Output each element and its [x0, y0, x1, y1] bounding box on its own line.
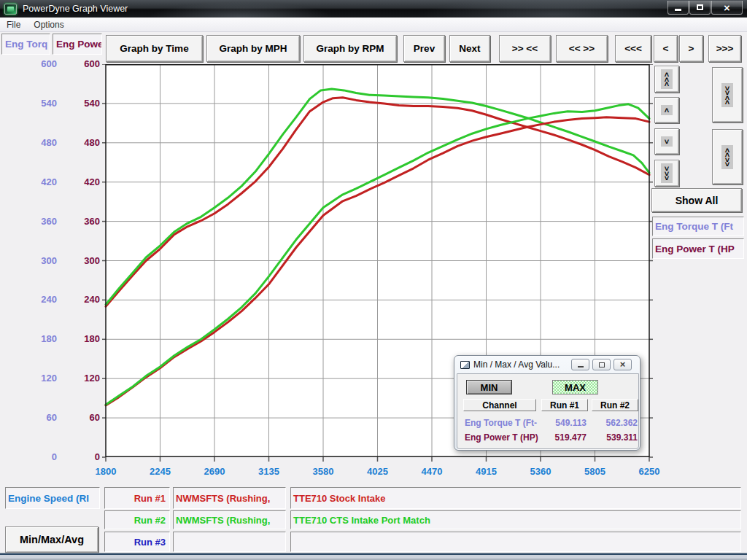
x-tick-label: 3580: [301, 466, 345, 477]
max-toggle-button[interactable]: MAX: [552, 380, 598, 394]
minmax-minimize-button[interactable]: [571, 359, 589, 370]
minmaxavg-button[interactable]: Min/Max/Avg: [5, 526, 98, 553]
minmax-avg-window: Min / Max / Avg Valu... × MIN MAX Channe…: [454, 355, 640, 451]
scroll-left-fast-button[interactable]: <<<: [615, 35, 651, 62]
close-icon: ×: [620, 360, 626, 369]
y-tick-label: 360: [15, 216, 57, 227]
column-header-channel: Channel: [463, 399, 536, 411]
restore-icon: [697, 4, 703, 10]
window-title: PowerDyne Graph Viewer: [23, 4, 128, 14]
zoom-in-y-button[interactable]: ˅ ˅ ˄ ˄: [712, 67, 743, 122]
x-tick-label: 2690: [193, 466, 236, 477]
show-all-button[interactable]: Show All: [651, 188, 742, 212]
menu-options[interactable]: Options: [27, 18, 70, 31]
scroll-down-fast-button[interactable]: ˅ ˅ ˅: [654, 160, 679, 187]
x-axis-labels: 1800224526903135358040254470491553605805…: [106, 466, 649, 479]
y-axis-torque-labels: 600540480420360300240180120600: [15, 64, 57, 457]
run1-file[interactable]: NWMSFTS (Rushing,: [173, 487, 286, 509]
prev-button[interactable]: Prev: [403, 35, 445, 62]
column-header-run2: Run #2: [592, 399, 638, 411]
down-chevron-icon: ˅: [661, 136, 673, 147]
minimize-button[interactable]: [667, 1, 689, 15]
expand-vertical-icon: ˄ ˄ ˅ ˅: [721, 145, 733, 169]
channel-label-torque[interactable]: Eng Torque T (Ft: [652, 217, 744, 236]
graph-by-mph-button[interactable]: Graph by MPH: [206, 35, 300, 62]
minmax-restore-button[interactable]: [592, 359, 611, 370]
run3-description[interactable]: [290, 532, 741, 552]
scroll-up-button[interactable]: ˄: [654, 97, 679, 123]
minmax-title-bar[interactable]: Min / Max / Avg Valu... ×: [454, 356, 640, 373]
run1-label: Run #1: [104, 487, 170, 509]
x-tick-label: 4470: [410, 466, 454, 477]
run3-file[interactable]: [173, 532, 286, 552]
minmax-body: MIN MAX Channel Run #1 Run #2 Eng Torque…: [457, 373, 639, 449]
channel-label-power[interactable]: Eng Power T (HP: [652, 238, 744, 259]
y-tick-label: 120: [15, 373, 57, 384]
x-channel-label[interactable]: Engine Speed (RI: [5, 487, 100, 509]
x-tick-label: 5805: [573, 466, 617, 477]
zoom-out-x-button[interactable]: << >>: [556, 35, 608, 62]
collapse-vertical-icon: ˅ ˅ ˄ ˄: [721, 83, 733, 107]
min-toggle-button[interactable]: MIN: [466, 380, 512, 394]
run3-label: Run #3: [104, 532, 170, 552]
run2-label: Run #2: [104, 510, 170, 529]
row-torque-run2-value: 562.362: [592, 418, 638, 428]
window-bottom-border: [0, 553, 747, 560]
x-tick-label: 2245: [139, 466, 182, 477]
minmax-window-title: Min / Max / Avg Valu...: [473, 359, 560, 370]
y-tick-label: 240: [60, 294, 100, 305]
y-tick-label: 60: [15, 412, 57, 423]
graph-by-time-button[interactable]: Graph by Time: [106, 35, 203, 62]
row-torque-channel: Eng Torque T (Ft-: [465, 418, 537, 428]
y-tick-label: 240: [15, 294, 57, 305]
scroll-up-fast-button[interactable]: ˄ ˄ ˄: [654, 66, 679, 93]
row-power-run2-value: 539.311: [592, 432, 638, 443]
restore-icon: [599, 362, 605, 368]
close-icon: ×: [724, 2, 730, 13]
y-axis-power-labels: 600540480420360300240180120600: [60, 64, 100, 457]
y-tick-label: 0: [60, 451, 100, 462]
menu-file[interactable]: File: [0, 18, 27, 31]
title-bar: PowerDyne Graph Viewer ×: [0, 0, 747, 18]
minmax-close-button[interactable]: ×: [614, 359, 632, 370]
y-tick-label: 180: [60, 333, 100, 344]
run2-file[interactable]: NWMSFTS (Rushing,: [173, 510, 286, 529]
scroll-left-button[interactable]: <: [654, 35, 678, 62]
x-tick-label: 4915: [465, 466, 508, 477]
y-tick-label: 120: [60, 373, 100, 384]
x-tick-label: 5360: [519, 466, 562, 477]
y-tick-label: 540: [60, 98, 100, 109]
run1-description[interactable]: TTE710 Stock Intake: [290, 487, 741, 509]
graph-by-rpm-button[interactable]: Graph by RPM: [303, 35, 397, 62]
x-tick-label: 1800: [84, 466, 128, 477]
y-tick-label: 360: [60, 216, 100, 227]
row-power-run1-value: 519.477: [541, 432, 587, 443]
row-torque-run1-value: 549.113: [541, 418, 587, 428]
y-tick-label: 600: [60, 58, 100, 69]
next-button[interactable]: Next: [449, 35, 490, 62]
minimize-icon: [578, 366, 584, 368]
form-icon: [460, 361, 470, 369]
column-header-run1: Run #1: [541, 399, 588, 411]
y-tick-label: 600: [15, 58, 57, 69]
zoom-in-x-button[interactable]: >> <<: [499, 35, 551, 62]
y-tick-label: 480: [15, 137, 57, 148]
tab-eng-torque[interactable]: Eng Torq: [1, 34, 50, 55]
scroll-right-button[interactable]: >: [679, 35, 703, 62]
x-tick-label: 4025: [356, 466, 400, 477]
restore-button[interactable]: [689, 1, 711, 15]
minimize-icon: [675, 9, 681, 11]
scroll-down-button[interactable]: ˅: [654, 128, 679, 155]
triple-up-chevron-icon: ˄ ˄ ˄: [661, 69, 673, 89]
menu-bar: File Options: [0, 18, 747, 32]
app-icon: [4, 4, 17, 15]
scroll-right-fast-button[interactable]: >>>: [708, 35, 741, 62]
tab-eng-power[interactable]: Eng Powe: [53, 34, 102, 55]
run2-description[interactable]: TTE710 CTS Intake Port Match: [290, 510, 741, 529]
y-tick-label: 420: [15, 176, 57, 187]
close-button[interactable]: ×: [711, 1, 743, 15]
up-chevron-icon: ˄: [661, 105, 673, 115]
zoom-out-y-button[interactable]: ˄ ˄ ˅ ˅: [712, 129, 743, 184]
row-power-channel: Eng Power T (HP): [465, 432, 538, 443]
y-tick-label: 540: [15, 98, 57, 109]
